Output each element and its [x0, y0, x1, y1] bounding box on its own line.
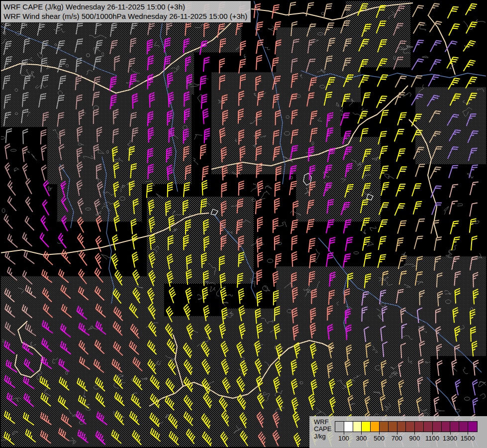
title-bar: WRF CAPE (J/kg) Wednesday 26-11-2025 15:… — [0, 0, 251, 23]
weather-map-screen: WRF CAPE (J/kg) Wednesday 26-11-2025 15:… — [0, 0, 487, 448]
legend-scale: 100300500700900110013001500 — [309, 416, 487, 448]
cape-legend: WRF CAPE J/kg 10030050070090011001300150… — [309, 416, 487, 448]
title-line-shear: WRF Wind shear (m/s) 500/1000hPa Wednesd… — [3, 11, 247, 21]
title-line-cape: WRF CAPE (J/kg) Wednesday 26-11-2025 15:… — [3, 2, 247, 11]
map-canvas — [0, 0, 487, 448]
legend-tick-label: 1500 — [457, 435, 479, 442]
